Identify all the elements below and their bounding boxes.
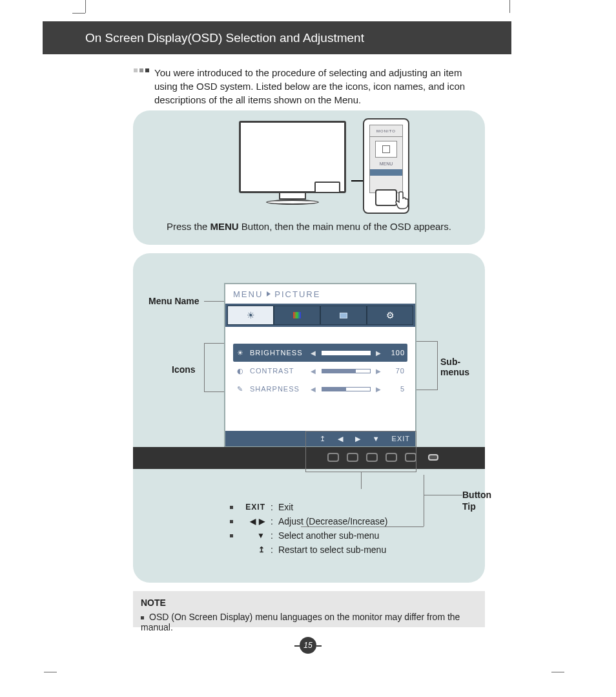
manual-page: On Screen Display(OSD) Selection and Adj… — [0, 0, 616, 697]
crop-mark — [509, 0, 510, 13]
osd-tab-settings: ⚙ — [367, 306, 413, 325]
osd-title-menu: MENU — [233, 289, 263, 299]
osd-body: ☀ BRIGHTNESS ◀ ▶ 100◐ CONTRAST ◀ ▶ 70✎ S… — [225, 327, 415, 406]
osd-tabs: ☀ ⚙ — [225, 304, 415, 327]
slider-bar — [322, 387, 371, 391]
zoom-box-icon — [375, 141, 397, 158]
osd-title-section: PICTURE — [274, 289, 320, 299]
legend-desc: Restart to select sub-menu — [278, 545, 386, 555]
button-legend: EXIT : Exit ◀ ▶ : Adjust (Decrease/Incre… — [230, 500, 388, 557]
slider-bar — [322, 369, 371, 373]
crop-mark — [72, 13, 85, 14]
legend-symbol: ▼ — [237, 531, 265, 540]
colon: : — [269, 530, 274, 541]
colon: : — [269, 545, 274, 555]
osd-tab-picture: ☀ — [227, 306, 274, 325]
legend-desc: Adjust (Decrease/Increase) — [278, 516, 388, 526]
legend-symbol: ◀ ▶ — [237, 517, 265, 526]
colon: : — [269, 502, 274, 512]
legend-desc: Select another sub-menu — [278, 530, 379, 541]
crop-mark — [551, 672, 564, 672]
osd-tab-color — [274, 306, 320, 325]
osd-tab-display — [320, 306, 367, 325]
press-bold: MENU — [210, 221, 238, 232]
osd-breadcrumb: MENU PICTURE — [225, 284, 415, 304]
osd-menu: MENU PICTURE ☀ ⚙ ☀ BRIGHTNESS ◀ ▶ 100◐ C… — [224, 283, 416, 448]
power-button-icon — [428, 454, 438, 461]
crop-mark — [85, 0, 86, 13]
bullet-icon — [230, 520, 233, 523]
legend-row: ▼ : Select another sub-menu — [230, 528, 388, 543]
row-icon: ◐ — [236, 367, 245, 375]
legend-row: ◀ ▶ : Adjust (Decrease/Increase) — [230, 514, 388, 528]
bullet-icon — [230, 534, 233, 537]
screen-icon — [340, 313, 347, 318]
legend-row: EXIT : Exit — [230, 500, 388, 514]
left-arrow-icon: ◀ — [311, 349, 316, 357]
zoom-bar — [370, 169, 402, 176]
illustration-panel-1: MONITO MENU Press the MENU Button, then … — [133, 110, 485, 245]
row-label: BRIGHTNESS — [250, 349, 305, 357]
section-title: On Screen Display(OSD) Selection and Adj… — [85, 31, 364, 45]
intro-text: You were introduced to the procedure of … — [154, 66, 476, 107]
crop-mark — [44, 672, 57, 672]
row-label: SHARPNESS — [250, 385, 305, 393]
chevron-right-icon — [267, 291, 271, 296]
legend-symbol: ↥ — [237, 545, 265, 554]
row-label: CONTRAST — [250, 367, 305, 375]
row-value: 100 — [387, 349, 405, 357]
right-arrow-icon: ▶ — [376, 349, 382, 357]
monitor-diagram: MONITO MENU — [239, 121, 407, 218]
legend-row: ↥ : Restart to select sub-menu — [230, 543, 388, 557]
section-header: On Screen Display(OSD) Selection and Adj… — [43, 21, 511, 54]
osd-row-brightness: ☀ BRIGHTNESS ◀ ▶ 100 — [233, 344, 407, 362]
brightness-icon: ☀ — [247, 310, 255, 320]
osd-row-contrast: ◐ CONTRAST ◀ ▶ 70 — [233, 362, 407, 380]
right-arrow-icon: ▶ — [376, 386, 382, 393]
bullet-icon — [141, 616, 144, 619]
osd-row-sharpness: ✎ SHARPNESS ◀ ▶ 5 — [233, 380, 407, 398]
note-text: OSD (On Screen Display) menu languages o… — [141, 612, 460, 632]
intro-paragraph: You were introduced to the procedure of … — [134, 66, 476, 107]
gear-icon: ⚙ — [386, 310, 395, 320]
press-pre: Press the — [167, 221, 210, 232]
note-box: NOTE OSD (On Screen Display) menu langua… — [133, 591, 485, 627]
color-icon — [293, 312, 301, 318]
annotation-submenus: Sub-menus — [440, 357, 485, 377]
slider-bar — [322, 351, 371, 355]
row-value: 5 — [387, 385, 405, 393]
row-value: 70 — [387, 367, 405, 375]
left-arrow-icon: ◀ — [311, 368, 316, 375]
zoom-label: MONITO — [370, 125, 402, 137]
monitor-base-icon — [266, 200, 319, 205]
row-icon: ☀ — [236, 349, 245, 357]
callout-box — [305, 431, 416, 472]
monitor-stand-icon — [279, 193, 306, 200]
page-number: 15 — [300, 637, 316, 654]
callout-line — [361, 472, 362, 489]
press-instruction: Press the MENU Button, then the main men… — [133, 221, 485, 232]
legend-symbol: EXIT — [237, 503, 265, 512]
annotation-menu-name: Menu Name — [149, 296, 200, 306]
legend-desc: Exit — [278, 502, 293, 512]
zoom-menu-label: MENU — [370, 161, 402, 166]
left-arrow-icon: ◀ — [311, 386, 316, 393]
press-post: Button, then the main menu of the OSD ap… — [239, 221, 451, 232]
right-arrow-icon: ▶ — [376, 368, 382, 375]
zoom-screen: MONITO MENU — [369, 125, 403, 193]
annotation-button-tip: Button Tip — [462, 489, 491, 512]
annotation-icons: Icons — [172, 364, 196, 375]
note-label: NOTE — [141, 598, 166, 608]
row-icon: ✎ — [236, 385, 245, 393]
colon: : — [269, 516, 274, 526]
hand-pointer-icon — [394, 191, 411, 210]
zoom-panel: MONITO MENU — [363, 118, 409, 214]
monitor-icon — [239, 121, 346, 193]
illustration-panel-2: Menu Name Icons Sub-menus Button Tip MEN… — [133, 253, 485, 583]
bullet-icon — [230, 506, 233, 509]
